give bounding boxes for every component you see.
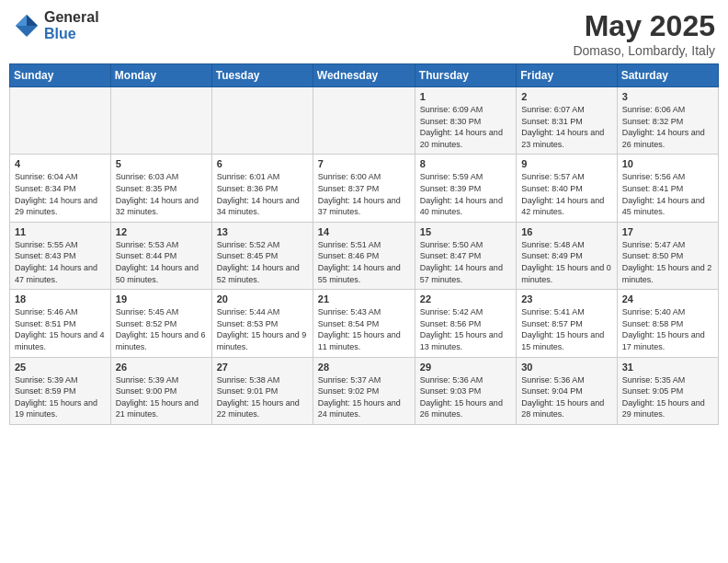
day-number: 17 [622,226,713,237]
header-day-wednesday: Wednesday [313,64,415,87]
week-row-0: 1Sunrise: 6:09 AM Sunset: 8:30 PM Daylig… [10,87,719,155]
day-number: 29 [420,362,511,373]
calendar-cell: 17Sunrise: 5:47 AM Sunset: 8:50 PM Dayli… [617,222,718,289]
day-info: Sunrise: 5:38 AM Sunset: 9:01 PM Dayligh… [217,374,308,420]
day-number: 7 [318,158,410,169]
day-info: Sunrise: 5:44 AM Sunset: 8:53 PM Dayligh… [217,306,308,352]
day-info: Sunrise: 5:46 AM Sunset: 8:51 PM Dayligh… [15,306,106,352]
logo-blue-text: Blue [44,26,99,42]
day-info: Sunrise: 5:43 AM Sunset: 8:54 PM Dayligh… [318,306,410,352]
calendar-cell: 18Sunrise: 5:46 AM Sunset: 8:51 PM Dayli… [10,290,111,357]
page-header: General Blue May 2025 Domaso, Lombardy, … [9,9,719,58]
day-number: 16 [521,226,611,237]
day-info: Sunrise: 5:53 AM Sunset: 8:44 PM Dayligh… [116,239,207,285]
day-info: Sunrise: 5:48 AM Sunset: 8:49 PM Dayligh… [521,239,611,285]
calendar-cell: 14Sunrise: 5:51 AM Sunset: 8:46 PM Dayli… [313,222,415,289]
day-info: Sunrise: 5:51 AM Sunset: 8:46 PM Dayligh… [318,239,410,285]
day-number: 3 [622,91,713,102]
day-info: Sunrise: 6:01 AM Sunset: 8:36 PM Dayligh… [217,171,308,217]
day-info: Sunrise: 5:57 AM Sunset: 8:40 PM Dayligh… [521,171,611,217]
day-number: 28 [318,362,410,373]
title-block: May 2025 Domaso, Lombardy, Italy [573,9,715,58]
header-day-sunday: Sunday [10,64,111,87]
day-info: Sunrise: 5:55 AM Sunset: 8:43 PM Dayligh… [15,239,106,285]
calendar-cell: 26Sunrise: 5:39 AM Sunset: 9:00 PM Dayli… [110,357,211,424]
day-number: 22 [420,293,511,304]
calendar-header: SundayMondayTuesdayWednesdayThursdayFrid… [10,64,719,87]
day-info: Sunrise: 6:06 AM Sunset: 8:32 PM Dayligh… [622,104,713,150]
calendar-cell: 28Sunrise: 5:37 AM Sunset: 9:02 PM Dayli… [313,357,415,424]
svg-marker-1 [27,15,38,26]
calendar-cell: 3Sunrise: 6:06 AM Sunset: 8:32 PM Daylig… [617,87,718,155]
day-number: 30 [521,362,611,373]
day-number: 25 [15,362,106,373]
day-info: Sunrise: 5:39 AM Sunset: 9:00 PM Dayligh… [116,374,207,420]
day-number: 2 [521,91,611,102]
day-number: 14 [318,226,410,237]
calendar-subtitle: Domaso, Lombardy, Italy [573,43,715,58]
calendar-cell: 7Sunrise: 6:00 AM Sunset: 8:37 PM Daylig… [313,155,415,222]
day-number: 13 [217,226,308,237]
calendar-cell [110,87,211,155]
calendar-cell: 9Sunrise: 5:57 AM Sunset: 8:40 PM Daylig… [517,155,617,222]
day-info: Sunrise: 6:03 AM Sunset: 8:35 PM Dayligh… [116,171,207,217]
header-row: SundayMondayTuesdayWednesdayThursdayFrid… [10,64,719,87]
calendar-table: SundayMondayTuesdayWednesdayThursdayFrid… [9,63,719,425]
calendar-cell: 13Sunrise: 5:52 AM Sunset: 8:45 PM Dayli… [211,222,313,289]
week-row-1: 4Sunrise: 6:04 AM Sunset: 8:34 PM Daylig… [10,155,719,222]
logo: General Blue [13,9,99,41]
day-number: 18 [15,293,106,304]
day-info: Sunrise: 5:47 AM Sunset: 8:50 PM Dayligh… [622,239,713,285]
day-info: Sunrise: 5:45 AM Sunset: 8:52 PM Dayligh… [116,306,207,352]
header-day-thursday: Thursday [415,64,516,87]
calendar-cell: 8Sunrise: 5:59 AM Sunset: 8:39 PM Daylig… [415,155,516,222]
calendar-cell: 11Sunrise: 5:55 AM Sunset: 8:43 PM Dayli… [10,222,111,289]
day-info: Sunrise: 6:09 AM Sunset: 8:30 PM Dayligh… [420,104,511,150]
calendar-cell: 16Sunrise: 5:48 AM Sunset: 8:49 PM Dayli… [517,222,617,289]
day-info: Sunrise: 5:39 AM Sunset: 8:59 PM Dayligh… [15,374,106,420]
day-number: 23 [521,293,611,304]
week-row-4: 25Sunrise: 5:39 AM Sunset: 8:59 PM Dayli… [10,357,719,424]
logo-icon [13,12,40,40]
day-info: Sunrise: 5:42 AM Sunset: 8:56 PM Dayligh… [420,306,511,352]
day-number: 15 [420,226,511,237]
header-day-monday: Monday [110,64,211,87]
calendar-cell: 29Sunrise: 5:36 AM Sunset: 9:03 PM Dayli… [415,357,516,424]
day-number: 6 [217,158,308,169]
calendar-cell: 2Sunrise: 6:07 AM Sunset: 8:31 PM Daylig… [517,87,617,155]
calendar-cell [313,87,415,155]
calendar-cell: 24Sunrise: 5:40 AM Sunset: 8:58 PM Dayli… [617,290,718,357]
day-number: 27 [217,362,308,373]
day-info: Sunrise: 5:59 AM Sunset: 8:39 PM Dayligh… [420,171,511,217]
day-number: 19 [116,293,207,304]
day-info: Sunrise: 5:52 AM Sunset: 8:45 PM Dayligh… [217,239,308,285]
week-row-2: 11Sunrise: 5:55 AM Sunset: 8:43 PM Dayli… [10,222,719,289]
day-info: Sunrise: 5:36 AM Sunset: 9:03 PM Dayligh… [420,374,511,420]
day-info: Sunrise: 5:35 AM Sunset: 9:05 PM Dayligh… [622,374,713,420]
day-number: 4 [15,158,106,169]
calendar-cell: 5Sunrise: 6:03 AM Sunset: 8:35 PM Daylig… [110,155,211,222]
day-info: Sunrise: 5:40 AM Sunset: 8:58 PM Dayligh… [622,306,713,352]
week-row-3: 18Sunrise: 5:46 AM Sunset: 8:51 PM Dayli… [10,290,719,357]
calendar-cell [211,87,313,155]
day-info: Sunrise: 5:36 AM Sunset: 9:04 PM Dayligh… [521,374,611,420]
day-info: Sunrise: 5:50 AM Sunset: 8:47 PM Dayligh… [420,239,511,285]
day-number: 21 [318,293,410,304]
calendar-cell: 23Sunrise: 5:41 AM Sunset: 8:57 PM Dayli… [517,290,617,357]
day-info: Sunrise: 6:00 AM Sunset: 8:37 PM Dayligh… [318,171,410,217]
calendar-cell: 10Sunrise: 5:56 AM Sunset: 8:41 PM Dayli… [617,155,718,222]
day-number: 20 [217,293,308,304]
calendar-cell: 1Sunrise: 6:09 AM Sunset: 8:30 PM Daylig… [415,87,516,155]
day-info: Sunrise: 6:04 AM Sunset: 8:34 PM Dayligh… [15,171,106,217]
calendar-cell: 19Sunrise: 5:45 AM Sunset: 8:52 PM Dayli… [110,290,211,357]
calendar-cell: 27Sunrise: 5:38 AM Sunset: 9:01 PM Dayli… [211,357,313,424]
logo-text: General Blue [44,9,99,41]
calendar-cell: 25Sunrise: 5:39 AM Sunset: 8:59 PM Dayli… [10,357,111,424]
day-number: 12 [116,226,207,237]
day-info: Sunrise: 5:37 AM Sunset: 9:02 PM Dayligh… [318,374,410,420]
calendar-cell: 4Sunrise: 6:04 AM Sunset: 8:34 PM Daylig… [10,155,111,222]
calendar-body: 1Sunrise: 6:09 AM Sunset: 8:30 PM Daylig… [10,87,719,425]
calendar-cell: 20Sunrise: 5:44 AM Sunset: 8:53 PM Dayli… [211,290,313,357]
calendar-title: May 2025 [573,9,715,43]
day-number: 8 [420,158,511,169]
